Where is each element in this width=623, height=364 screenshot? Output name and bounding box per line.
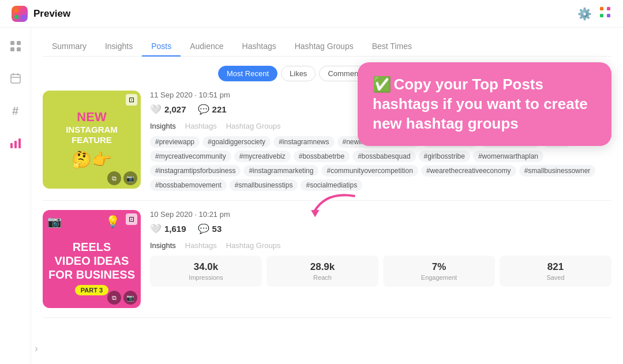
thumb-text-new: NEW (77, 110, 106, 124)
grid-icon[interactable] (599, 6, 611, 21)
list-item[interactable]: #bossbabemovement (150, 179, 227, 191)
thumb-instagram-icon[interactable]: 📷 (123, 171, 137, 185)
filter-likes[interactable]: Likes (281, 66, 316, 81)
post-comments-1: 💬 221 (198, 104, 227, 115)
post-date-2: 10 Sep 2020 · 10:21 pm (150, 210, 611, 219)
sidebar-item-calendar[interactable] (6, 69, 25, 88)
sub-tabs-2: Insights Hashtags Hashtag Groups (150, 241, 611, 250)
chevron-left-icon[interactable]: › (35, 343, 38, 355)
thumb-copy-icon-2[interactable]: ⧉ (107, 291, 121, 305)
list-item[interactable]: #instagramtipsforbusiness (150, 165, 241, 177)
svg-rect-17 (14, 141, 17, 148)
list-item[interactable]: #communityovercompetition (321, 165, 418, 177)
metric-reach: 28.9k Reach (267, 256, 378, 287)
list-item[interactable]: #mycreativecommunity (150, 151, 231, 162)
nav-tabs: Summary Insights Posts Audience Hashtags… (43, 37, 611, 57)
thumb-text-instagram: INSTAGRAMFEATURE (66, 125, 118, 145)
metrics-grid-2: 34.0k Impressions 28.9k Reach 7% Engagem… (150, 256, 611, 287)
svg-rect-8 (10, 41, 14, 45)
metric-label-engagement: Engagement (391, 274, 487, 281)
list-item[interactable]: #bossbabesquad (352, 151, 415, 162)
metric-impressions: 34.0k Impressions (150, 256, 262, 287)
sub-tab-hashtags-2[interactable]: Hashtags (185, 241, 217, 250)
app-container: Preview ⚙️ (0, 0, 623, 364)
post-thumbnail-2: 📷 💡 REELSVIDEO IDEASFOR BUSINESS PART 3 … (43, 210, 141, 308)
callout-bubble: ✅ Copy your Top Posts hashtags if you wa… (358, 62, 611, 146)
metric-label-reach: Reach (275, 274, 370, 281)
main-layout: # ✅ Copy your Top Posts hashtags if you … (0, 28, 623, 364)
callout-text: Copy your Top Posts hashtags if you want… (373, 76, 588, 132)
list-item[interactable]: #instagramnews (273, 136, 334, 148)
post-comments-2: 💬 53 (198, 223, 222, 234)
svg-rect-11 (17, 47, 21, 51)
tab-insights[interactable]: Insights (96, 37, 142, 57)
list-item[interactable]: #wearethecreativeeconomy (421, 165, 516, 177)
sidebar-item-grid[interactable] (6, 37, 25, 55)
comment-icon-2: 💬 (198, 223, 209, 234)
header: Preview ⚙️ (0, 0, 623, 28)
thumb-action-icons: ⧉ 📷 (107, 171, 137, 185)
tab-hashtags[interactable]: Hashtags (233, 37, 286, 57)
sub-tab-hashtag-groups-1[interactable]: Hashtag Groups (226, 122, 281, 130)
sidebar: # (0, 28, 31, 364)
svg-rect-16 (10, 143, 13, 148)
thumb-action-icons-2: ⧉ 📷 (107, 291, 137, 305)
list-item[interactable]: #smallbusinessowner (519, 165, 596, 177)
list-item[interactable]: #girlbosstribe (419, 151, 470, 162)
sidebar-item-hashtag[interactable]: # (6, 102, 25, 120)
svg-rect-3 (21, 15, 25, 19)
tab-posts[interactable]: Posts (142, 37, 181, 57)
heart-icon-2: 🤍 (150, 223, 162, 234)
heart-icon: 🤍 (150, 104, 162, 115)
post-likes-1: 🤍 2,027 (150, 104, 186, 115)
sub-tab-insights-2[interactable]: Insights (150, 241, 176, 250)
list-item[interactable]: #smallbusinesstips (230, 179, 298, 191)
svg-rect-18 (18, 138, 21, 148)
tab-best-times[interactable]: Best Times (363, 37, 421, 57)
metric-label-impressions: Impressions (158, 274, 254, 281)
settings-icon[interactable]: ⚙️ (577, 7, 592, 21)
sidebar-item-analytics[interactable] (6, 134, 25, 152)
thumb-ig-logo: 📷 (47, 215, 62, 228)
content-area: ✅ Copy your Top Posts hashtags if you wa… (31, 28, 623, 364)
svg-rect-12 (11, 74, 20, 83)
metric-engagement: 7% Engagement (383, 256, 495, 287)
metric-value-reach: 28.9k (275, 261, 370, 273)
filter-most-recent[interactable]: Most Recent (218, 66, 277, 81)
thumb-expand-icon-2[interactable]: ⊡ (126, 213, 137, 225)
list-item[interactable]: #mycreativebiz (234, 151, 291, 162)
header-left: Preview (12, 6, 70, 22)
thumb-title-2: REELSVIDEO IDEASFOR BUSINESS (48, 240, 135, 282)
svg-rect-1 (21, 9, 25, 13)
metric-saved: 821 Saved (500, 256, 611, 287)
thumb-bulb-icon: 💡 (106, 215, 120, 228)
svg-rect-0 (14, 9, 18, 13)
thumb-expand-icon[interactable]: ⊡ (126, 94, 137, 106)
tab-hashtag-groups[interactable]: Hashtag Groups (286, 37, 363, 57)
list-item[interactable]: #bossbabetrbe (294, 151, 350, 162)
thumb-emoji: 🤔👉 (72, 150, 112, 169)
svg-rect-9 (17, 41, 21, 45)
svg-rect-7 (607, 14, 610, 17)
tab-summary[interactable]: Summary (43, 37, 96, 57)
post-thumbnail-1: NEW INSTAGRAMFEATURE 🤔👉 ⊡ ⧉ 📷 (43, 91, 141, 189)
thumb-badge-2: PART 3 (75, 285, 108, 295)
thumb-copy-icon[interactable]: ⧉ (107, 171, 121, 185)
app-logo (12, 6, 28, 22)
post-stats-2: 🤍 1,619 💬 53 (150, 223, 611, 234)
comment-icon: 💬 (198, 104, 209, 115)
list-item[interactable]: #instagrammarketing (243, 165, 318, 177)
app-title: Preview (33, 8, 70, 20)
svg-rect-10 (10, 47, 14, 51)
list-item[interactable]: #goaldiggersociety (202, 136, 271, 148)
sub-tab-hashtags-1[interactable]: Hashtags (185, 122, 217, 130)
list-item[interactable]: #womenwarthaplan (473, 151, 543, 162)
sub-tab-hashtag-groups-2[interactable]: Hashtag Groups (226, 241, 281, 250)
tab-audience[interactable]: Audience (181, 37, 232, 57)
header-right: ⚙️ (577, 6, 611, 21)
metric-label-saved: Saved (508, 274, 603, 281)
sub-tab-insights-1[interactable]: Insights (150, 122, 176, 130)
thumb-instagram-icon-2[interactable]: 📷 (123, 291, 137, 305)
post-likes-2: 🤍 1,619 (150, 223, 186, 234)
list-item[interactable]: #previewapp (150, 136, 200, 148)
